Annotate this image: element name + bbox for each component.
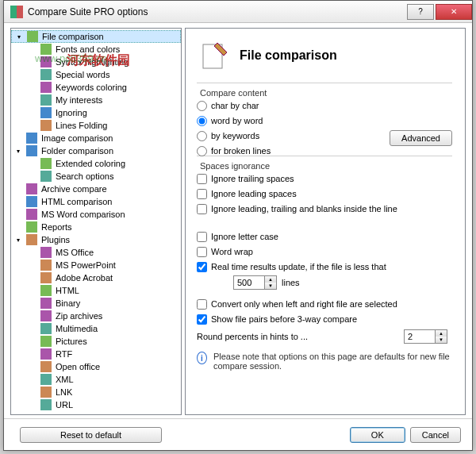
svg-rect-19 [40,247,52,258]
convert-only-checkbox[interactable] [197,299,207,310]
tree-item[interactable]: MS Office [11,246,181,259]
tree-item[interactable]: Keywords coloring [11,81,181,94]
tree-item-label: URL [56,400,73,410]
tree-item[interactable]: Binary [11,297,181,310]
tree-item[interactable]: ▾File comparison [11,30,181,43]
advanced-button[interactable]: Advanced [390,130,452,146]
tree-item[interactable]: Syntax highlighting [11,56,181,68]
tree-item[interactable]: HTML [11,284,181,297]
group-label: Compare content [197,88,270,98]
tree-item[interactable]: HTML comparison [11,195,181,208]
svg-rect-8 [40,107,52,118]
show-pairs-checkbox[interactable] [197,314,207,325]
tree-item[interactable]: Pictures [11,335,181,348]
tree-item-label: Ignoring [56,108,87,117]
svg-rect-15 [26,196,37,207]
tree-item-icon [25,195,38,208]
tree-item[interactable]: Lines Folding [11,119,181,132]
tree-item-icon [40,106,52,119]
spin-down-icon[interactable]: ▼ [265,283,276,289]
tree-item-icon [40,386,52,398]
tree-item[interactable]: My interests [11,94,181,106]
dialog-footer: Reset to default OK Cancel [4,418,472,450]
realtime-checkbox[interactable] [197,262,207,272]
tree-item-label: LNK [56,387,72,397]
svg-rect-11 [26,145,37,156]
tree-item[interactable]: Extended coloring [11,157,181,170]
tree-item[interactable]: LNK [11,386,181,398]
spaces-group: Spaces ignorance Ignore trailing spacesI… [197,156,452,216]
spaces-checkbox[interactable] [197,204,207,214]
tree-item[interactable]: Special words [11,68,181,81]
svg-rect-4 [40,56,52,67]
tree-item[interactable]: Image comparison [11,132,181,144]
tree-item-icon [26,30,39,43]
tree-item[interactable]: ▾Plugins [11,233,181,246]
tree-item-label: Lines Folding [56,121,107,130]
expand-icon[interactable]: ▾ [14,148,21,155]
svg-rect-21 [40,272,52,283]
realtime-lines-input[interactable] [234,276,264,289]
tree-item[interactable]: Search options [11,170,181,183]
app-icon [10,6,23,18]
tree-item[interactable]: Reports [11,221,181,233]
tree-item-icon [40,119,52,132]
tree-item[interactable]: Multimedia [11,322,181,335]
tree-item[interactable]: Open office [11,360,181,373]
tree-item-label: Binary [56,298,80,308]
compare-mode-radio[interactable] [197,131,207,141]
reset-button[interactable]: Reset to default [20,427,162,443]
tree-item[interactable]: XML [11,373,181,386]
spin-down-icon[interactable]: ▼ [436,337,447,343]
svg-rect-31 [40,399,52,410]
tree-item-icon [40,271,52,284]
tree-item-icon [40,310,52,322]
ignore-case-label: Ignore letter case [211,232,278,241]
tree-item[interactable]: ▾Folder comparison [11,144,181,157]
compare-mode-radio[interactable] [197,101,207,111]
expand-icon[interactable]: ▾ [14,237,21,244]
ok-button[interactable]: OK [350,427,405,443]
tree-item-icon [40,170,52,183]
spaces-checkbox[interactable] [197,174,207,184]
tree-item-label: MS Office [56,248,94,257]
tree-item[interactable]: URL [11,398,181,411]
round-input[interactable] [405,330,435,343]
tree-item[interactable]: Ignoring [11,106,181,119]
radio-label: by keywords [211,131,259,140]
tree-item-label: File comparison [42,32,104,41]
tree-item[interactable]: RTF [11,348,181,360]
svg-rect-5 [40,69,52,80]
tree-item[interactable]: Zip archives [11,310,181,322]
tree-item[interactable]: MS Word comparison [11,208,181,221]
spaces-checkbox[interactable] [197,189,207,199]
word-wrap-checkbox[interactable] [197,247,207,257]
tree-item-icon [40,284,52,297]
svg-rect-28 [40,361,52,372]
tree-item-icon [40,348,52,360]
options-tree[interactable]: 河东软件园 www.pc0359.cn ▾File comparisonFont… [10,28,182,415]
help-button[interactable]: ? [407,4,434,20]
ignore-case-checkbox[interactable] [197,232,207,242]
spin-up-icon[interactable]: ▲ [436,330,447,337]
realtime-label: Real time results update, if the file is… [211,262,386,271]
compare-mode-radio[interactable] [197,146,207,156]
spin-up-icon[interactable]: ▲ [265,276,276,283]
tree-item[interactable]: MS PowerPoint [11,259,181,271]
svg-rect-23 [40,298,52,309]
close-button[interactable]: ✕ [436,4,472,20]
compare-mode-radio[interactable] [197,116,207,126]
expand-icon[interactable]: ▾ [15,33,22,40]
cancel-button[interactable]: Cancel [410,427,461,443]
tree-item-label: Search options [56,171,113,181]
tree-item-label: Reports [41,222,72,232]
tree-item-label: XML [56,375,74,384]
compare-content-group: Compare content char by charword by word… [197,83,452,146]
tree-item-icon [25,221,38,233]
round-label: Round percents in hints to ... [197,332,308,341]
tree-item[interactable]: Fonts and colors [11,43,181,56]
tree-item[interactable]: Archive compare [11,183,181,195]
tree-item[interactable]: Adobe Acrobat [11,271,181,284]
round-spinner[interactable]: ▲▼ [404,329,447,344]
realtime-lines-spinner[interactable]: ▲▼ [233,275,277,290]
